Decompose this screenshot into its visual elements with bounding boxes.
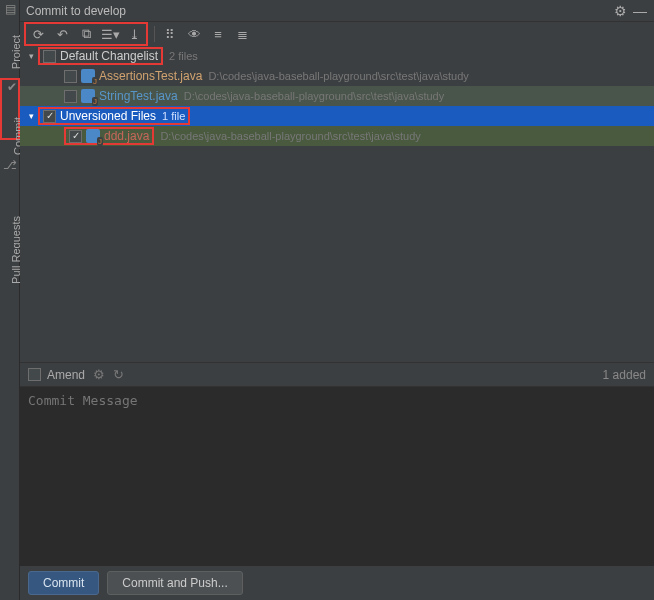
unversioned-count: 1 file	[162, 110, 185, 122]
default-changelist-label: Default Changelist	[60, 49, 158, 63]
commit-and-push-button[interactable]: Commit and Push...	[107, 571, 242, 595]
unversioned-files-node[interactable]: ▾ Unversioned Files 1 file	[20, 106, 654, 126]
sidebar-tab-pull-requests[interactable]: ⎇ Pull Requests	[0, 158, 20, 256]
sidebar-tab-commit[interactable]: ✔ Commit	[0, 78, 20, 140]
java-file-icon	[81, 89, 95, 103]
java-file-icon	[81, 69, 95, 83]
show-options-icon[interactable]: 👁	[185, 25, 203, 43]
file-row-assertions[interactable]: AssertionsTest.java D:\codes\java-baseba…	[20, 66, 654, 86]
changes-tree: ▾ Default Changelist 2 files AssertionsT…	[20, 46, 654, 146]
group-by-icon[interactable]: ⠿	[161, 25, 179, 43]
file-path: D:\codes\java-baseball-playground\src\te…	[160, 130, 420, 142]
file-row-ddd[interactable]: ddd.java D:\codes\java-baseball-playgrou…	[20, 126, 654, 146]
file-path: D:\codes\java-baseball-playground\src\te…	[208, 70, 468, 82]
java-file-icon	[86, 129, 100, 143]
changelist-icon[interactable]: ☰▾	[101, 25, 119, 43]
commit-message-input[interactable]	[20, 387, 654, 566]
rollback-icon[interactable]: ↶	[53, 25, 71, 43]
toolbar: ⟳ ↶ ⧉ ☰▾ ⤓ ⠿ 👁 ≡ ≣	[20, 22, 654, 46]
expand-icon[interactable]: ≡	[209, 25, 227, 43]
checkbox[interactable]	[43, 50, 56, 63]
added-count: 1 added	[603, 368, 646, 382]
file-name: AssertionsTest.java	[99, 69, 202, 83]
file-path: D:\codes\java-baseball-playground\src\te…	[184, 90, 444, 102]
checkbox[interactable]	[69, 130, 82, 143]
diff-icon[interactable]: ⧉	[77, 25, 95, 43]
commit-and-push-label: Commit and Push...	[122, 576, 227, 590]
unversioned-label: Unversioned Files	[60, 109, 156, 123]
file-row-stringtest[interactable]: StringTest.java D:\codes\java-baseball-p…	[20, 86, 654, 106]
pull-request-icon: ⎇	[0, 158, 20, 172]
amend-label: Amend	[47, 368, 85, 382]
file-name: ddd.java	[104, 129, 149, 143]
default-changelist-count: 2 files	[169, 50, 198, 62]
gear-icon[interactable]: ⚙	[93, 367, 105, 382]
panel-title-bar: Commit to develop ⚙ —	[20, 0, 654, 22]
checkbox[interactable]	[64, 90, 77, 103]
checkbox[interactable]	[43, 110, 56, 123]
minimize-icon[interactable]: —	[632, 3, 648, 19]
default-changelist-node[interactable]: ▾ Default Changelist 2 files	[20, 46, 654, 66]
amend-checkbox[interactable]	[28, 368, 41, 381]
commit-button[interactable]: Commit	[28, 571, 99, 595]
sidebar-tab-project[interactable]: ▤ Project	[0, 2, 20, 56]
chevron-down-icon[interactable]: ▾	[24, 51, 38, 61]
gear-icon[interactable]: ⚙	[612, 3, 628, 19]
collapse-icon[interactable]: ≣	[233, 25, 251, 43]
project-icon: ▤	[0, 2, 20, 16]
separator	[154, 26, 155, 42]
refresh-icon[interactable]: ⟳	[29, 25, 47, 43]
checkbox[interactable]	[64, 70, 77, 83]
commit-button-label: Commit	[43, 576, 84, 590]
commit-icon: ✔	[2, 80, 22, 94]
history-icon[interactable]: ↻	[113, 367, 124, 382]
panel-title: Commit to develop	[26, 4, 608, 18]
chevron-down-icon[interactable]: ▾	[24, 111, 38, 121]
shelve-icon[interactable]: ⤓	[125, 25, 143, 43]
amend-bar: Amend ⚙ ↻ 1 added	[20, 362, 654, 386]
file-name: StringTest.java	[99, 89, 178, 103]
